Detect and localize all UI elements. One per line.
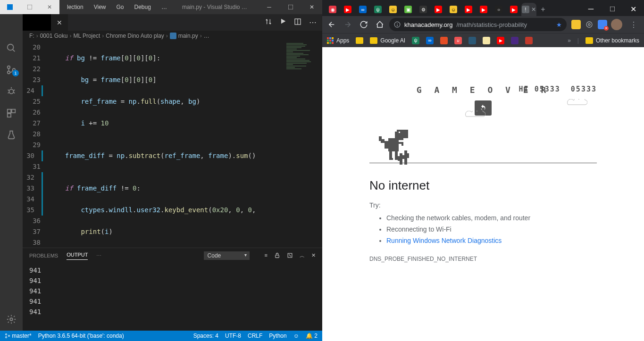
status-feedback-icon[interactable]: ☺ — [293, 333, 299, 339]
code-content[interactable]: if bg != frame[0][0][0]: bg = frame[0][0… — [49, 41, 322, 248]
menu-selection[interactable]: lection — [63, 2, 87, 12]
settings-gear-icon[interactable] — [6, 314, 17, 325]
unknown-control-1[interactable] — [0, 0, 20, 14]
svg-line-23 — [289, 254, 291, 256]
tab-close-icon[interactable]: ✕ — [531, 6, 536, 13]
browser-tab[interactable]: ☺ — [385, 3, 401, 16]
close-button[interactable]: ✕ — [301, 0, 322, 14]
tab-main-py[interactable]: ✕ — [51, 14, 68, 31]
site-info-icon[interactable] — [394, 21, 401, 28]
minimize-button[interactable]: ─ — [580, 2, 602, 16]
bookmark-item[interactable]: ▶ — [497, 37, 504, 44]
browser-tab[interactable]: ▶ — [431, 3, 446, 16]
bookmark-google-ai[interactable]: Google AI — [370, 37, 405, 44]
maximize-button[interactable] — [602, 2, 623, 16]
breadcrumb-item[interactable]: F: — [29, 33, 34, 39]
status-eol[interactable]: CRLF — [248, 333, 262, 339]
panel-collapse-icon[interactable]: ︿ — [300, 252, 305, 259]
tab-close-icon[interactable]: ✕ — [57, 19, 62, 26]
menu-go[interactable]: Go — [112, 2, 127, 12]
close-button[interactable]: ✕ — [623, 2, 644, 16]
network-diagnostics-link[interactable]: Running Windows Network Diagnostics — [386, 237, 502, 244]
chrome-menu-icon[interactable]: ⋮ — [626, 20, 641, 29]
status-notifications[interactable]: 🔔 2 — [306, 333, 318, 339]
browser-tab[interactable]: ψ — [370, 3, 385, 16]
browser-tab[interactable]: ⚙ — [416, 3, 431, 16]
dino-game-area[interactable]: HI 05333 05333 G A M E O V E R — [369, 85, 597, 170]
minimap[interactable] — [284, 41, 322, 248]
other-bookmarks[interactable]: Other bookmarks — [585, 37, 639, 44]
panel-clear-icon[interactable] — [287, 252, 293, 259]
browser-tab-active[interactable]: !✕ — [521, 3, 536, 16]
more-actions-icon[interactable]: ⋯ — [309, 18, 317, 27]
svg-point-5 — [8, 66, 10, 69]
maximize-button[interactable] — [280, 0, 301, 14]
extension-icon[interactable]: ✕ — [598, 20, 607, 29]
bookmark-item[interactable] — [511, 37, 519, 44]
breadcrumb-item[interactable]: 0001 Goku — [40, 33, 68, 39]
output-content[interactable]: 941 941 941 941 941 — [23, 263, 322, 331]
output-channel-select[interactable]: Code — [204, 251, 250, 260]
browser-tab[interactable]: ▣ — [401, 3, 416, 16]
browser-tab[interactable]: ▶ — [476, 3, 491, 16]
bookmark-item[interactable]: ∞ — [426, 37, 434, 44]
status-branch[interactable]: master* — [5, 333, 32, 339]
bookmark-item[interactable]: ψ — [412, 37, 419, 44]
source-control-icon[interactable]: 1 — [6, 64, 17, 75]
browser-tab[interactable]: ▶ — [506, 3, 521, 16]
compare-changes-icon[interactable] — [265, 18, 272, 27]
extension-icon[interactable] — [571, 20, 581, 29]
debug-icon[interactable] — [6, 86, 17, 97]
minimize-button[interactable]: ─ — [259, 0, 280, 14]
browser-tab[interactable]: ▶ — [461, 3, 476, 16]
unknown-control-3[interactable]: ✕ — [40, 0, 59, 14]
browser-tab[interactable]: ◉ — [325, 3, 340, 16]
browser-tab[interactable]: ○ — [491, 3, 506, 16]
extension-icon[interactable] — [585, 20, 594, 29]
bookmark-folder[interactable] — [356, 37, 363, 44]
bookmark-item[interactable] — [440, 37, 448, 44]
menu-view[interactable]: View — [90, 2, 110, 12]
bookmark-item[interactable] — [525, 37, 533, 44]
home-button[interactable] — [373, 18, 386, 31]
menu-debug[interactable]: Debug — [131, 2, 155, 12]
split-editor-icon[interactable] — [294, 18, 301, 27]
browser-tab[interactable]: ☺ — [446, 3, 461, 16]
test-icon[interactable] — [6, 129, 17, 141]
breadcrumb-file[interactable]: main.py — [170, 33, 198, 39]
forward-button[interactable] — [341, 18, 354, 31]
bookmarks-overflow-icon[interactable]: » — [568, 37, 571, 44]
status-encoding[interactable]: UTF-8 — [225, 333, 241, 339]
address-bar[interactable]: khanacademy.org/math/statistics-probabil… — [389, 18, 567, 31]
panel-tab-output[interactable]: OUTPUT — [67, 252, 88, 260]
breadcrumb-item[interactable]: … — [204, 33, 209, 39]
browser-tab[interactable]: ▶ — [340, 3, 355, 16]
code-editor[interactable]: 20212223 24252627 28293031 323334 353637… — [23, 41, 322, 248]
bookmark-item[interactable] — [483, 37, 490, 44]
panel-lock-icon[interactable] — [274, 252, 280, 259]
extensions-icon[interactable] — [6, 108, 17, 119]
profile-avatar[interactable] — [611, 19, 622, 30]
panel-close-icon[interactable]: ✕ — [311, 252, 316, 259]
unknown-control-2[interactable] — [20, 0, 40, 14]
bookmark-item[interactable] — [468, 37, 476, 44]
panel-wordwrap-icon[interactable]: ≡ — [265, 252, 268, 259]
breadcrumb-item[interactable]: ML Project — [73, 33, 100, 39]
panel-tabs-more[interactable]: ⋯ — [96, 253, 101, 259]
reload-button[interactable] — [357, 18, 370, 31]
browser-tab[interactable]: ∞ — [355, 3, 370, 16]
status-python[interactable]: Python 3.6.5 64-bit ('base': conda) — [38, 333, 124, 339]
menu-more[interactable]: … — [158, 2, 171, 12]
new-tab-button[interactable]: + — [536, 3, 550, 16]
status-language[interactable]: Python — [269, 333, 286, 339]
bookmark-item[interactable]: u — [454, 37, 462, 44]
search-icon[interactable] — [6, 42, 17, 54]
run-icon[interactable] — [280, 18, 286, 27]
status-spaces[interactable]: Spaces: 4 — [193, 333, 218, 339]
breadcrumb[interactable]: F:› 0001 Goku› ML Project› Chrome Dino A… — [23, 31, 322, 41]
breadcrumb-item[interactable]: Chrome Dino Auto play — [106, 33, 164, 39]
panel-tab-problems[interactable]: PROBLEMS — [29, 253, 58, 258]
bookmark-apps[interactable]: Apps — [327, 37, 349, 44]
bookmark-star-icon[interactable]: ★ — [556, 21, 562, 28]
back-button[interactable] — [325, 18, 338, 31]
